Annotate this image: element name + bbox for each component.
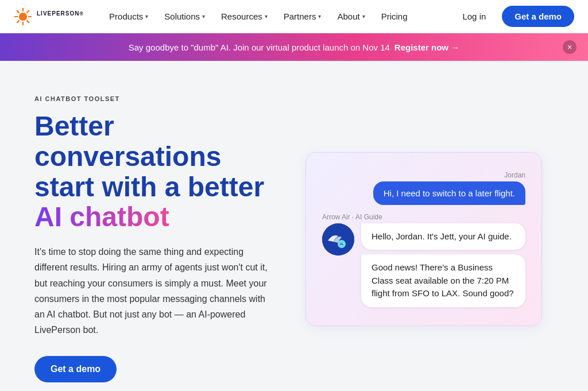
user-message-row: Jordan Hi, I need to switch to a later f… [322, 171, 525, 205]
svg-line-6 [27, 21, 29, 22]
bot-avatar [322, 223, 354, 255]
hero-body-text: It's time to stop doing the same thing a… [34, 244, 271, 338]
chevron-down-icon: ▾ [318, 13, 321, 20]
banner-text: Say goodbye to "dumb" AI. Join our virtu… [129, 42, 390, 52]
bot-message-row: Arrow Air · AI Guide [322, 213, 525, 307]
nav-item-solutions[interactable]: Solutions ▾ [157, 7, 212, 26]
hero-section: AI CHATBOT TOOLSET Better conversations … [0, 61, 588, 391]
nav-item-resources[interactable]: Resources ▾ [214, 7, 274, 26]
svg-line-5 [17, 10, 19, 12]
chat-messages: Jordan Hi, I need to switch to a later f… [322, 171, 525, 307]
nav-item-partners[interactable]: Partners ▾ [277, 7, 328, 26]
hero-left-content: AI CHATBOT TOOLSET Better conversations … [34, 95, 271, 382]
bot-sender-label: Arrow Air · AI Guide [322, 213, 382, 221]
svg-point-13 [342, 243, 343, 244]
svg-point-12 [341, 243, 342, 244]
banner-cta-link[interactable]: Register now → [394, 42, 459, 52]
user-message-bubble: Hi, I need to switch to a later flight. [373, 181, 525, 205]
nav-actions: Log in Get a demo [455, 6, 574, 27]
announcement-banner: Say goodbye to "dumb" AI. Join our virtu… [0, 33, 588, 61]
hero-title-line2: conversations [34, 141, 221, 172]
hero-title: Better conversations start with a better… [34, 111, 271, 233]
banner-close-button[interactable]: × [563, 40, 577, 54]
hero-eyebrow: AI CHATBOT TOOLSET [34, 95, 271, 102]
hero-title-line1: Better [34, 111, 114, 141]
svg-line-8 [17, 21, 19, 22]
hero-cta-button[interactable]: Get a demo [34, 356, 117, 382]
hero-title-line3: start with a better [34, 172, 264, 202]
logo[interactable]: LIVEPERSON® [14, 7, 84, 26]
nav-item-pricing[interactable]: Pricing [374, 7, 415, 26]
hero-chat-demo: Jordan Hi, I need to switch to a later f… [305, 152, 542, 326]
nav-links: Products ▾ Solutions ▾ Resources ▾ Partn… [102, 7, 455, 26]
bot-message-1: Hello, Jordan. It's Jett, your AI guide. [361, 223, 525, 250]
chat-card: Jordan Hi, I need to switch to a later f… [305, 152, 542, 326]
navbar: LIVEPERSON® Products ▾ Solutions ▾ Resou… [0, 0, 588, 33]
login-button[interactable]: Log in [455, 7, 493, 26]
bot-avatar-icon [322, 223, 354, 255]
user-sender-label: Jordan [504, 171, 525, 179]
svg-point-0 [19, 12, 27, 20]
get-demo-button[interactable]: Get a demo [502, 6, 574, 27]
hero-title-line4: AI chatbot [34, 202, 169, 232]
chevron-down-icon: ▾ [265, 13, 268, 20]
svg-line-7 [27, 10, 29, 12]
logo-text: LIVEPERSON® [37, 10, 84, 22]
logo-icon [14, 7, 32, 26]
bot-message-2: Good news! There's a Business Class seat… [361, 254, 525, 307]
chevron-down-icon: ▾ [202, 13, 205, 20]
bot-bubbles: Hello, Jordan. It's Jett, your AI guide.… [361, 223, 525, 307]
bot-content-row: Hello, Jordan. It's Jett, your AI guide.… [322, 223, 525, 307]
nav-item-about[interactable]: About ▾ [330, 7, 372, 26]
chevron-down-icon: ▾ [362, 13, 365, 20]
svg-rect-14 [341, 245, 342, 245]
chevron-down-icon: ▾ [145, 13, 148, 20]
nav-item-products[interactable]: Products ▾ [102, 7, 155, 26]
